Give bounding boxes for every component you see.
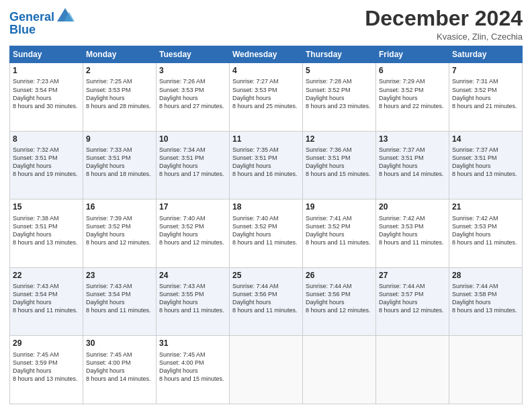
table-row: 24 Sunrise: 7:43 AM Sunset: 3:55 PM Dayl…: [157, 267, 230, 336]
table-row: 26 Sunrise: 7:44 AM Sunset: 3:56 PM Dayl…: [303, 267, 376, 336]
table-row: 5 Sunrise: 7:28 AM Sunset: 3:52 PM Dayli…: [303, 63, 376, 132]
th-thursday: Thursday: [303, 46, 376, 63]
table-row: 20 Sunrise: 7:42 AM Sunset: 3:53 PM Dayl…: [376, 199, 449, 268]
table-row: 25 Sunrise: 7:44 AM Sunset: 3:56 PM Dayl…: [230, 267, 303, 336]
table-row: 28 Sunrise: 7:44 AM Sunset: 3:58 PM Dayl…: [449, 267, 523, 336]
empty-cell: [230, 336, 303, 404]
table-row: 8 Sunrise: 7:32 AM Sunset: 3:51 PM Dayli…: [10, 131, 83, 199]
table-row: 13 Sunrise: 7:37 AM Sunset: 3:51 PM Dayl…: [376, 131, 449, 199]
table-row: 30 Sunrise: 7:45 AM Sunset: 4:00 PM Dayl…: [83, 336, 157, 404]
table-row: 14 Sunrise: 7:37 AM Sunset: 3:51 PM Dayl…: [449, 131, 523, 199]
table-row: 9 Sunrise: 7:33 AM Sunset: 3:51 PM Dayli…: [83, 131, 157, 199]
logo-icon: [56, 7, 75, 26]
table-row: 3 Sunrise: 7:26 AM Sunset: 3:53 PM Dayli…: [157, 63, 230, 132]
location: Kvasice, Zlin, Czechia: [365, 32, 523, 42]
table-row: 23 Sunrise: 7:43 AM Sunset: 3:54 PM Dayl…: [83, 267, 157, 336]
table-row: 21 Sunrise: 7:42 AM Sunset: 3:53 PM Dayl…: [449, 199, 523, 268]
title-section: December 2024 Kvasice, Zlin, Czechia: [365, 7, 523, 42]
logo: General Blue: [9, 9, 75, 37]
header: General Blue December 2024 Kvasice, Zlin…: [9, 7, 523, 42]
table-row: 10 Sunrise: 7:34 AM Sunset: 3:51 PM Dayl…: [157, 131, 230, 199]
empty-cell: [376, 336, 449, 404]
th-friday: Friday: [376, 46, 449, 63]
empty-cell: [449, 336, 523, 404]
table-row: 19 Sunrise: 7:41 AM Sunset: 3:52 PM Dayl…: [303, 199, 376, 268]
th-sunday: Sunday: [10, 46, 83, 63]
empty-cell: [303, 336, 376, 404]
table-row: 22 Sunrise: 7:43 AM Sunset: 3:54 PM Dayl…: [10, 267, 83, 336]
month-title: December 2024: [365, 7, 523, 30]
table-row: 11 Sunrise: 7:35 AM Sunset: 3:51 PM Dayl…: [230, 131, 303, 199]
table-row: 12 Sunrise: 7:36 AM Sunset: 3:51 PM Dayl…: [303, 131, 376, 199]
table-row: 6 Sunrise: 7:29 AM Sunset: 3:52 PM Dayli…: [376, 63, 449, 132]
table-row: 16 Sunrise: 7:39 AM Sunset: 3:52 PM Dayl…: [83, 199, 157, 268]
th-saturday: Saturday: [449, 46, 523, 63]
th-monday: Monday: [83, 46, 157, 63]
page: General Blue December 2024 Kvasice, Zlin…: [0, 0, 532, 411]
table-row: 27 Sunrise: 7:44 AM Sunset: 3:57 PM Dayl…: [376, 267, 449, 336]
table-row: 1 Sunrise: 7:23 AM Sunset: 3:54 PM Dayli…: [10, 63, 83, 132]
table-row: 31 Sunrise: 7:45 AM Sunset: 4:00 PM Dayl…: [157, 336, 230, 404]
table-row: 2 Sunrise: 7:25 AM Sunset: 3:53 PM Dayli…: [83, 63, 157, 132]
table-row: 4 Sunrise: 7:27 AM Sunset: 3:53 PM Dayli…: [230, 63, 303, 132]
table-row: 7 Sunrise: 7:31 AM Sunset: 3:52 PM Dayli…: [449, 63, 523, 132]
logo-text: General: [9, 11, 54, 24]
table-row: 17 Sunrise: 7:40 AM Sunset: 3:52 PM Dayl…: [157, 199, 230, 268]
th-tuesday: Tuesday: [157, 46, 230, 63]
th-wednesday: Wednesday: [230, 46, 303, 63]
table-row: 18 Sunrise: 7:40 AM Sunset: 3:52 PM Dayl…: [230, 199, 303, 268]
header-row: Sunday Monday Tuesday Wednesday Thursday…: [10, 46, 523, 63]
calendar-table: Sunday Monday Tuesday Wednesday Thursday…: [9, 46, 523, 404]
table-row: 29 Sunrise: 7:45 AM Sunset: 3:59 PM Dayl…: [10, 336, 83, 404]
table-row: 15 Sunrise: 7:38 AM Sunset: 3:51 PM Dayl…: [10, 199, 83, 268]
